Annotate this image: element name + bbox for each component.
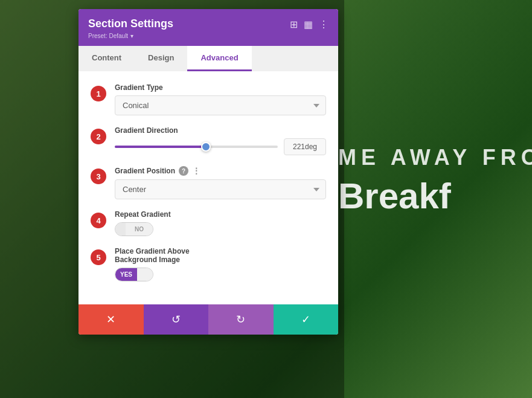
place-gradient-label: Place Gradient AboveBackground Image [115, 247, 326, 264]
repeat-gradient-toggle[interactable]: NO [115, 222, 153, 236]
slider-thumb[interactable] [201, 142, 211, 152]
background-text-top: ME AWAY FROM HO [338, 145, 532, 170]
help-icon[interactable]: ? [179, 166, 188, 176]
cancel-button[interactable]: ✕ [79, 304, 144, 335]
gradient-direction-slider-row: 221deg [115, 138, 326, 155]
toggle-empty [115, 223, 126, 236]
step-badge-4: 4 [91, 213, 106, 228]
gradient-direction-slider[interactable] [115, 146, 278, 148]
tab-advanced[interactable]: Advanced [187, 46, 251, 71]
step-row-4: 4 Repeat Gradient NO [115, 210, 326, 236]
redo-button[interactable]: ↻ [208, 304, 274, 335]
section-settings-panel: Section Settings Preset: Default ▾ ⊞ ▦ ⋮… [79, 9, 338, 335]
gradient-position-label: Gradient Position ? ⋮ [115, 166, 326, 176]
gradient-type-label: Gradient Type [115, 83, 326, 92]
panel-header-icons: ⊞ ▦ ⋮ [290, 19, 328, 30]
dots-icon[interactable]: ⋮ [192, 166, 200, 176]
expand-icon[interactable]: ⊞ [290, 19, 298, 30]
gradient-direction-label: Gradient Direction [115, 126, 326, 135]
gradient-type-field: Gradient Type Conical Linear Radial [115, 83, 326, 115]
repeat-gradient-label: Repeat Gradient [115, 210, 326, 219]
steps-container: 1 Gradient Type Conical Linear Radial 2 [91, 83, 326, 281]
slider-fill [115, 146, 206, 148]
undo-button[interactable]: ↺ [144, 304, 209, 335]
repeat-gradient-field: Repeat Gradient NO [115, 210, 326, 236]
toggle-no-part [137, 268, 153, 281]
panel-title: Section Settings [88, 18, 173, 30]
panel-tabs: Content Design Advanced [79, 46, 338, 71]
save-button[interactable]: ✓ [274, 304, 339, 335]
tab-design[interactable]: Design [135, 46, 187, 71]
more-icon[interactable]: ⋮ [319, 19, 328, 30]
panel-content: 1 Gradient Type Conical Linear Radial 2 [79, 71, 338, 304]
step-badge-5: 5 [91, 249, 106, 265]
toggle-no-label: NO [126, 223, 153, 236]
panel-footer: ✕ ↺ ↻ ✓ [79, 304, 338, 335]
place-gradient-toggle[interactable]: YES [115, 268, 153, 281]
panel-preset[interactable]: Preset: Default ▾ [88, 31, 173, 40]
step-badge-3: 3 [91, 169, 106, 184]
gradient-direction-field: Gradient Direction 221deg [115, 126, 326, 155]
toggle-yes-label: YES [115, 268, 137, 281]
panel-header-left: Section Settings Preset: Default ▾ [88, 18, 173, 40]
place-gradient-field: Place Gradient AboveBackground Image YES [115, 247, 326, 281]
step-row-3: 3 Gradient Position ? ⋮ Center Top Botto… [115, 166, 326, 199]
gradient-type-select[interactable]: Conical Linear Radial [115, 95, 326, 115]
step-row-1: 1 Gradient Type Conical Linear Radial [115, 83, 326, 115]
step-row-5: 5 Place Gradient AboveBackground Image Y… [115, 247, 326, 281]
gradient-direction-value[interactable]: 221deg [284, 138, 326, 155]
gradient-position-select[interactable]: Center Top Bottom Left Right [115, 179, 326, 199]
panel-header: Section Settings Preset: Default ▾ ⊞ ▦ ⋮ [79, 9, 338, 46]
columns-icon[interactable]: ▦ [304, 19, 313, 30]
tab-content[interactable]: Content [79, 46, 135, 71]
step-badge-1: 1 [91, 86, 106, 101]
step-badge-2: 2 [91, 129, 106, 144]
gradient-position-field: Gradient Position ? ⋮ Center Top Bottom … [115, 166, 326, 199]
step-row-2: 2 Gradient Direction 221deg [115, 126, 326, 155]
